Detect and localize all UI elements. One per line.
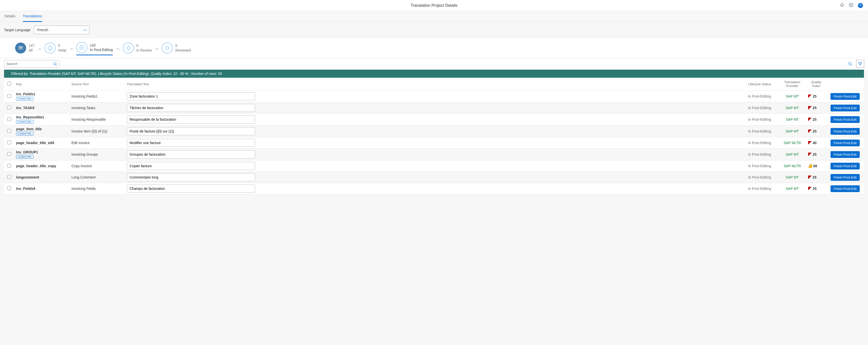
step-initial-count: 5: [58, 43, 66, 48]
svg-point-6: [50, 49, 50, 49]
row-source: Invoicing Fields1: [69, 91, 125, 102]
search-input[interactable]: [6, 62, 53, 66]
row-key: Inv_Reponsible1: [16, 115, 67, 119]
translated-text-input[interactable]: [127, 185, 255, 193]
translated-text-input[interactable]: [127, 162, 255, 170]
table-row: page_item_titleContext Info.Invoice Item…: [4, 125, 864, 137]
finish-post-edit-button[interactable]: Finish Post-Edit: [831, 116, 860, 123]
quality-flag-icon: [808, 141, 812, 145]
column-translated[interactable]: Translated Text: [125, 78, 741, 91]
translated-text-input[interactable]: [127, 92, 255, 100]
step-all-label: All: [29, 48, 34, 53]
row-quality: 25: [813, 118, 817, 121]
translated-text-input[interactable]: [127, 116, 255, 123]
row-status: In Post-Editing: [748, 164, 771, 168]
column-key[interactable]: Key: [14, 78, 69, 91]
row-provider: SAP MLTR: [784, 164, 801, 168]
tab-details[interactable]: Details: [4, 11, 16, 22]
row-provider: SAP MT: [786, 175, 799, 179]
row-key: page_header_title_copy: [16, 164, 67, 168]
gear-icon[interactable]: [849, 3, 854, 8]
row-checkbox[interactable]: [7, 117, 11, 121]
quality-flag-icon: [808, 129, 812, 133]
quality-partial-icon: [808, 164, 812, 168]
svg-point-10: [54, 63, 56, 65]
row-status: In Post-Editing: [748, 187, 771, 191]
row-checkbox[interactable]: [7, 175, 11, 179]
finish-post-edit-button[interactable]: Finish Post-Edit: [831, 174, 860, 181]
chevron-icon: »»: [116, 47, 119, 51]
search-field[interactable]: [4, 60, 59, 68]
svg-rect-3: [19, 49, 23, 49]
row-provider: SAP MT: [786, 106, 799, 110]
row-source: Invoicing Fields: [69, 183, 125, 194]
column-provider[interactable]: Translation Provider: [778, 78, 806, 91]
row-key: Inv_Fields1: [16, 92, 67, 96]
quality-flag-icon: [808, 187, 812, 190]
row-checkbox[interactable]: [7, 140, 11, 144]
context-info-badge[interactable]: Context Info.: [16, 155, 33, 159]
filter-icon[interactable]: [857, 60, 864, 68]
quality-flag-icon: [808, 118, 812, 121]
svg-point-0: [850, 4, 852, 6]
finish-post-edit-button[interactable]: Finish Post-Edit: [831, 128, 860, 135]
quality-flag-icon: [808, 95, 812, 98]
finish-post-edit-button[interactable]: Finish Post-Edit: [831, 163, 860, 169]
row-checkbox[interactable]: [7, 94, 11, 98]
row-checkbox[interactable]: [7, 164, 11, 167]
quality-flag-icon: [808, 153, 812, 156]
translated-text-input[interactable]: [127, 173, 255, 181]
row-checkbox[interactable]: [7, 186, 11, 190]
chevron-icon: »»: [38, 47, 41, 51]
context-info-badge[interactable]: Context Info.: [16, 132, 33, 135]
row-status: In Post-Editing: [748, 129, 771, 133]
select-all-checkbox[interactable]: [7, 82, 11, 86]
notification-icon[interactable]: [840, 3, 844, 8]
finish-post-edit-button[interactable]: Finish Post-Edit: [831, 185, 860, 192]
row-quality: 40: [813, 141, 817, 145]
row-quality: 25: [813, 175, 817, 179]
translated-text-input[interactable]: [127, 104, 255, 112]
translated-text-input[interactable]: [127, 139, 255, 147]
row-checkbox[interactable]: [7, 105, 11, 109]
step-all[interactable]: 147 All: [15, 42, 34, 55]
step-reviewed[interactable]: 0 Reviewed: [162, 42, 191, 55]
sort-icon[interactable]: [846, 60, 854, 68]
step-in-review-count: 0: [136, 43, 152, 48]
target-language-select[interactable]: French: [34, 26, 89, 34]
row-source: Copy Invoice: [69, 160, 125, 172]
row-status: In Post-Editing: [748, 152, 771, 156]
finish-post-edit-button[interactable]: Finish Post-Edit: [831, 93, 860, 100]
row-checkbox[interactable]: [7, 152, 11, 156]
table-row: page_header_title_editEdit InvoiceIn Pos…: [4, 137, 864, 149]
translated-text-input[interactable]: [127, 127, 255, 135]
svg-rect-2: [19, 48, 23, 48]
column-status[interactable]: Lifecycle Status: [741, 78, 778, 91]
tab-translations[interactable]: Translations: [23, 11, 42, 22]
row-source: Invoicing Groups: [69, 149, 125, 160]
column-quality[interactable]: Quality Index: [806, 78, 826, 91]
row-status: In Post-Editing: [748, 141, 771, 145]
row-checkbox[interactable]: [7, 129, 11, 133]
table-row: page_header_title_copyCopy InvoiceIn Pos…: [4, 160, 864, 172]
step-in-review[interactable]: 0 In Review: [123, 42, 152, 55]
table-row: Inv_Reponsible1Context Info.Invoicing Re…: [4, 114, 864, 125]
context-info-badge[interactable]: Context Info.: [16, 120, 33, 124]
column-source[interactable]: Source Text: [69, 78, 125, 91]
row-source: Invoice Item ({0} of {1}): [69, 125, 125, 137]
quality-flag-icon: [808, 106, 812, 109]
step-post-editing[interactable]: 142 In Post-Editing: [76, 42, 113, 55]
finish-post-edit-button[interactable]: Finish Post-Edit: [831, 139, 860, 146]
row-source: Invoicing Tasks: [69, 102, 125, 114]
finish-post-edit-button[interactable]: Finish Post-Edit: [831, 104, 860, 112]
row-status: In Post-Editing: [748, 175, 771, 179]
help-icon[interactable]: ?: [858, 3, 863, 8]
row-key: Inv_Fields9: [16, 187, 67, 191]
step-initial-label: Initial: [58, 48, 66, 53]
context-info-badge[interactable]: Context Info.: [16, 97, 33, 101]
translated-text-input[interactable]: [127, 150, 255, 158]
step-initial[interactable]: 5 Initial: [44, 42, 66, 55]
filter-banner: Filtered by: Translation Provider (SAP M…: [4, 70, 864, 78]
finish-post-edit-button[interactable]: Finish Post-Edit: [831, 151, 860, 158]
step-in-review-label: In Review: [136, 48, 152, 53]
